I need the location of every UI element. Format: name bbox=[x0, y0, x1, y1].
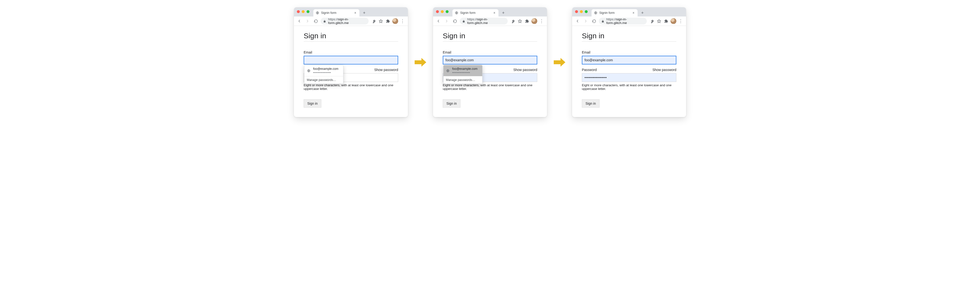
key-icon[interactable] bbox=[370, 18, 377, 24]
maximize-window-button[interactable] bbox=[585, 10, 588, 13]
tab-title: Signin form bbox=[321, 11, 352, 14]
show-password-toggle[interactable]: Show password bbox=[513, 68, 537, 72]
close-tab-button[interactable]: × bbox=[632, 11, 635, 14]
reload-button[interactable] bbox=[452, 18, 458, 24]
menu-button[interactable]: ⋮ bbox=[677, 18, 684, 24]
address-bar[interactable]: https://sign-in-form.glitch.me bbox=[321, 18, 369, 24]
browser-tab[interactable]: Signin form × bbox=[313, 9, 360, 16]
star-icon[interactable] bbox=[516, 18, 523, 24]
manage-passwords-link[interactable]: Manage passwords… bbox=[304, 76, 343, 84]
url-text: https://sign-in-form.glitch.me bbox=[328, 17, 366, 25]
lock-icon bbox=[462, 20, 465, 23]
email-field-group: Email foo@example.com ••••••••••••••••• bbox=[304, 51, 398, 65]
svg-marker-7 bbox=[554, 58, 565, 67]
back-button[interactable] bbox=[574, 18, 581, 24]
window-controls bbox=[436, 10, 449, 13]
autofill-suggestion[interactable]: foo@example.com ••••••••••••••••• bbox=[444, 65, 482, 76]
email-field-group: Email foo@example.com foo@example.com ••… bbox=[443, 51, 537, 65]
page-content: Sign in Email foo@example.com Password S… bbox=[572, 26, 686, 117]
globe-icon bbox=[316, 11, 319, 14]
email-input[interactable]: foo@example.com foo@example.com ••••••••… bbox=[443, 56, 537, 65]
back-button[interactable] bbox=[296, 18, 303, 24]
profile-avatar[interactable] bbox=[392, 18, 399, 24]
minimize-window-button[interactable] bbox=[302, 10, 305, 13]
extensions-icon[interactable] bbox=[385, 18, 391, 24]
menu-button[interactable]: ⋮ bbox=[538, 18, 545, 24]
star-icon[interactable] bbox=[377, 18, 384, 24]
autofill-popup: foo@example.com ••••••••••••••••• Manage… bbox=[304, 65, 344, 84]
close-window-button[interactable] bbox=[436, 10, 439, 13]
toolbar: https://sign-in-form.glitch.me ⋮ bbox=[433, 16, 547, 26]
forward-button[interactable] bbox=[582, 18, 589, 24]
lock-icon bbox=[323, 20, 326, 23]
autofill-password-dots: ••••••••••••••••• bbox=[313, 71, 338, 75]
password-input[interactable]: ••••••••••••••••• bbox=[582, 73, 676, 82]
page-title: Sign in bbox=[582, 32, 676, 40]
manage-passwords-link[interactable]: Manage passwords… bbox=[444, 76, 482, 84]
email-label: Email bbox=[443, 51, 537, 54]
browser-tab[interactable]: Signin form × bbox=[452, 9, 498, 16]
forward-button[interactable] bbox=[304, 18, 311, 24]
globe-icon bbox=[307, 69, 311, 73]
browser-window: Signin form × + https://sign-in-form.gli… bbox=[572, 7, 686, 117]
key-icon[interactable] bbox=[648, 18, 655, 24]
email-input[interactable]: foo@example.com ••••••••••••••••• Manage… bbox=[304, 56, 398, 65]
toolbar: https://sign-in-form.glitch.me ⋮ bbox=[294, 16, 408, 26]
signin-button[interactable]: Sign in bbox=[582, 99, 600, 108]
svg-marker-1 bbox=[379, 19, 382, 22]
autofill-email: foo@example.com bbox=[452, 67, 477, 71]
divider bbox=[443, 41, 537, 42]
close-tab-button[interactable]: × bbox=[493, 11, 496, 14]
globe-icon bbox=[455, 11, 458, 14]
browser-tab[interactable]: Signin form × bbox=[592, 9, 638, 16]
key-icon[interactable] bbox=[509, 18, 516, 24]
new-tab-button[interactable]: + bbox=[361, 10, 368, 16]
titlebar: Signin form × + bbox=[294, 7, 408, 16]
email-label: Email bbox=[304, 51, 398, 54]
forward-button[interactable] bbox=[443, 18, 450, 24]
window-controls bbox=[575, 10, 588, 13]
reload-button[interactable] bbox=[590, 18, 597, 24]
window-controls bbox=[297, 10, 309, 13]
menu-button[interactable]: ⋮ bbox=[399, 18, 406, 24]
globe-icon bbox=[446, 69, 450, 73]
signin-button[interactable]: Sign in bbox=[304, 99, 321, 108]
close-tab-button[interactable]: × bbox=[353, 11, 357, 14]
password-hint: Eight or more characters, with at least … bbox=[582, 83, 676, 90]
profile-avatar[interactable] bbox=[531, 18, 538, 24]
password-field-group: Password Show password •••••••••••••••••… bbox=[582, 68, 676, 90]
page-title: Sign in bbox=[304, 32, 398, 40]
show-password-toggle[interactable]: Show password bbox=[374, 68, 398, 72]
signin-button[interactable]: Sign in bbox=[443, 99, 460, 108]
new-tab-button[interactable]: + bbox=[639, 10, 646, 16]
close-window-button[interactable] bbox=[297, 10, 300, 13]
email-field-group: Email foo@example.com bbox=[582, 51, 676, 65]
autofill-suggestion[interactable]: foo@example.com ••••••••••••••••• bbox=[304, 65, 343, 76]
maximize-window-button[interactable] bbox=[445, 10, 449, 13]
arrow-icon bbox=[554, 57, 565, 67]
minimize-window-button[interactable] bbox=[441, 10, 444, 13]
minimize-window-button[interactable] bbox=[580, 10, 583, 13]
address-bar[interactable]: https://sign-in-form.glitch.me bbox=[460, 18, 508, 24]
close-window-button[interactable] bbox=[575, 10, 578, 13]
tab-title: Signin form bbox=[460, 11, 491, 14]
extensions-icon[interactable] bbox=[524, 18, 530, 24]
autofill-popup: foo@example.com ••••••••••••••••• Manage… bbox=[443, 65, 482, 84]
url-text: https://sign-in-form.glitch.me bbox=[467, 17, 505, 25]
maximize-window-button[interactable] bbox=[307, 10, 309, 13]
reload-button[interactable] bbox=[312, 18, 319, 24]
svg-marker-3 bbox=[415, 58, 426, 67]
lock-icon bbox=[601, 20, 605, 23]
show-password-toggle[interactable]: Show password bbox=[652, 68, 676, 72]
profile-avatar[interactable] bbox=[670, 18, 677, 24]
page-content: Sign in Email foo@example.com bbox=[294, 26, 408, 117]
url-text: https://sign-in-form.glitch.me bbox=[606, 17, 644, 25]
browser-window: Signin form × + https://sign-in-form.gli… bbox=[294, 7, 408, 117]
email-input[interactable]: foo@example.com bbox=[582, 56, 676, 65]
new-tab-button[interactable]: + bbox=[500, 10, 507, 16]
extensions-icon[interactable] bbox=[663, 18, 670, 24]
browser-window: Signin form × + https://sign-in-form.gli… bbox=[433, 7, 547, 117]
star-icon[interactable] bbox=[655, 18, 662, 24]
address-bar[interactable]: https://sign-in-form.glitch.me bbox=[599, 18, 647, 24]
back-button[interactable] bbox=[435, 18, 442, 24]
